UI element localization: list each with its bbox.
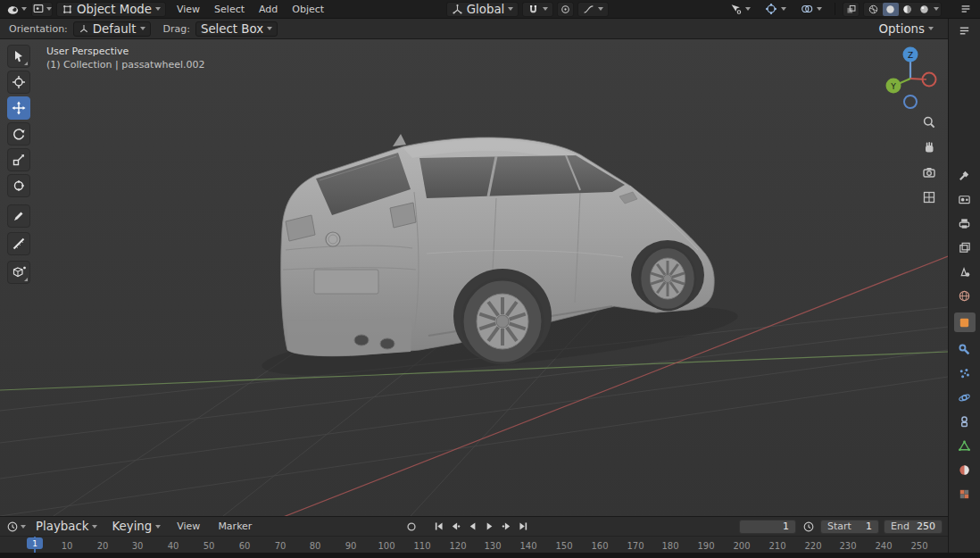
menu-select[interactable]: Select: [207, 2, 252, 17]
start-frame-field[interactable]: Start 1: [820, 520, 879, 534]
tab-render[interactable]: [956, 192, 974, 206]
menu-add[interactable]: Add: [252, 2, 285, 17]
tab-view-layer[interactable]: [956, 240, 974, 254]
orientation-label: Orientation:: [9, 23, 68, 35]
ruler-tick: 250: [910, 541, 927, 551]
playback-menu[interactable]: Playback: [30, 519, 103, 534]
prev-keyframe-button[interactable]: [448, 519, 463, 534]
timeline-ruler[interactable]: 10 20 30 40 50 60 70 80 90 100 110 120 1…: [0, 536, 948, 553]
orientation-dropdown[interactable]: Default: [73, 21, 151, 37]
timeline-editor-type-button[interactable]: [5, 519, 27, 534]
ruler-tick: 140: [519, 541, 536, 551]
end-value: 250: [917, 521, 935, 532]
keying-menu-label: Keying: [112, 520, 152, 533]
mode-select[interactable]: Object Mode: [56, 2, 166, 17]
properties-editor-icon[interactable]: [956, 23, 974, 37]
shading-material-button[interactable]: [900, 3, 916, 16]
tab-material[interactable]: [956, 462, 974, 477]
snap-toggle[interactable]: [522, 2, 553, 17]
current-frame-value: 1: [783, 521, 789, 532]
jump-to-start-button[interactable]: [431, 519, 446, 534]
ruler-tick: 240: [875, 541, 892, 551]
constraint-icon: [958, 415, 971, 429]
playback-controls: [403, 519, 531, 534]
use-preview-range-toggle[interactable]: [801, 519, 816, 534]
proportional-editing-toggle[interactable]: [557, 2, 574, 17]
gizmo-z-negative-axis[interactable]: [904, 96, 917, 108]
shading-wireframe-button[interactable]: [866, 3, 882, 16]
playhead[interactable]: 1: [27, 537, 43, 549]
viewport-3d[interactable]: User Perspective (1) Collection | passat…: [0, 39, 948, 516]
jump-to-end-button[interactable]: [516, 519, 531, 534]
tab-texture[interactable]: [956, 487, 974, 501]
solid-shading-icon: [884, 4, 896, 15]
ruler-tick: 190: [697, 541, 714, 551]
navigation-gizmo[interactable]: Z Y: [882, 43, 939, 112]
tab-scene[interactable]: [956, 264, 974, 279]
play-reverse-button[interactable]: [465, 519, 480, 534]
tool-measure[interactable]: [7, 232, 30, 255]
chevron-down-icon: [92, 525, 97, 529]
prev-keyframe-icon: [450, 521, 461, 532]
tab-object[interactable]: [954, 312, 976, 332]
tab-physics[interactable]: [956, 390, 974, 404]
tool-move[interactable]: [7, 96, 30, 120]
camera-view-button[interactable]: [921, 164, 937, 180]
overlays-toggle[interactable]: [795, 2, 827, 17]
scene-canvas[interactable]: [0, 39, 948, 516]
tool-transform[interactable]: [7, 174, 30, 197]
auto-keying-toggle[interactable]: [403, 519, 419, 534]
tool-rotate[interactable]: [7, 122, 30, 146]
camera-icon: [922, 165, 936, 179]
options-dropdown[interactable]: Options: [874, 21, 939, 37]
timeline-marker-menu[interactable]: Marker: [211, 519, 259, 534]
timeline-view-menu[interactable]: View: [170, 519, 207, 534]
pan-button[interactable]: [921, 139, 937, 155]
gizmos-toggle[interactable]: [760, 2, 792, 17]
tab-world[interactable]: [956, 288, 974, 303]
next-keyframe-button[interactable]: [499, 519, 514, 534]
tool-scale[interactable]: [7, 148, 30, 171]
tab-output[interactable]: [956, 216, 974, 230]
tool-add-cube[interactable]: [7, 261, 30, 284]
play-button[interactable]: [482, 519, 497, 534]
proportional-falloff-select[interactable]: [577, 2, 609, 17]
next-keyframe-icon: [501, 521, 512, 532]
car-object[interactable]: [260, 134, 741, 390]
layers-icon: [958, 241, 971, 254]
xray-toggle[interactable]: [843, 2, 860, 17]
shading-rendered-button[interactable]: [917, 3, 933, 16]
zoom-button[interactable]: [921, 114, 937, 130]
keying-menu[interactable]: Keying: [106, 519, 166, 534]
blender-window: Object Mode View Select Add Object Globa…: [0, 0, 980, 558]
ortho-toggle-button[interactable]: [921, 189, 937, 205]
chevron-down-icon: [155, 7, 161, 11]
shading-solid-button[interactable]: [883, 3, 899, 16]
tool-cursor[interactable]: [7, 71, 30, 94]
ruler-tick: 70: [275, 541, 287, 551]
properties-editor-type-button[interactable]: [958, 2, 975, 17]
menu-object[interactable]: Object: [285, 2, 331, 17]
transform-orientation-select[interactable]: Global: [446, 2, 519, 17]
tab-object-data[interactable]: [956, 438, 974, 453]
tab-particles[interactable]: [956, 366, 974, 380]
menu-view[interactable]: View: [170, 2, 207, 17]
tool-select-box[interactable]: [7, 45, 30, 68]
toolbar: [7, 45, 30, 284]
drag-dropdown[interactable]: Select Box: [195, 21, 278, 37]
editor-type-button[interactable]: [31, 2, 53, 17]
object-visibility-select[interactable]: [724, 2, 756, 17]
ruler-tick: 170: [627, 541, 644, 551]
ruler-tick: 10: [62, 541, 73, 551]
current-frame-field[interactable]: 1: [739, 520, 796, 534]
tab-constraints[interactable]: [956, 414, 974, 429]
app-menu-button[interactable]: [5, 2, 28, 17]
texture-checker-icon: [958, 487, 971, 501]
tool-annotate[interactable]: [7, 204, 30, 228]
tab-modifiers[interactable]: [956, 342, 974, 356]
tab-tool[interactable]: [956, 168, 974, 182]
ruler-tick: 150: [555, 541, 572, 551]
play-reverse-icon: [467, 521, 478, 532]
end-frame-field[interactable]: End 250: [884, 520, 943, 534]
gizmo-x-axis[interactable]: [923, 73, 936, 87]
